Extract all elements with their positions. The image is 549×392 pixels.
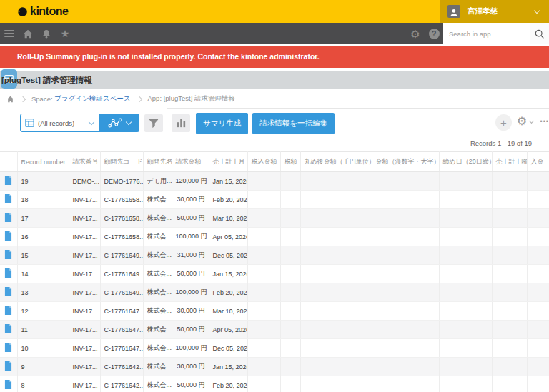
table-cell [527, 191, 549, 209]
table-cell: INV-17... [69, 191, 100, 209]
app-settings-button[interactable]: ⚙ [517, 116, 533, 127]
kintone-logo-text: kintone [30, 5, 68, 18]
kintone-logo[interactable]: kintone [17, 5, 68, 18]
table-cell [280, 228, 300, 246]
table-cell: デモ用... [143, 172, 172, 191]
record-detail-icon[interactable] [0, 172, 17, 191]
breadcrumb-home-icon[interactable] [6, 96, 14, 103]
column-header-3[interactable]: 顧問先コード [100, 152, 143, 172]
admin-gear-icon[interactable]: ⚙ [406, 23, 425, 44]
breadcrumb-app-label: App: [plugTest] 請求管理情報 [148, 94, 235, 104]
table-cell [280, 191, 300, 209]
table-cell: 50,000 円 [172, 376, 209, 392]
table-cell: Jan 15, 2026 [209, 358, 247, 376]
column-header-5[interactable]: 請求金額 [172, 152, 209, 172]
summary-generate-button[interactable]: サマリ生成 [196, 113, 248, 134]
table-cell [439, 172, 492, 191]
chart-button[interactable] [172, 114, 190, 132]
table-cell [300, 191, 372, 209]
table-cell [372, 283, 439, 302]
table-cell: C-17761647... [100, 321, 143, 339]
table-cell: Mar 10, 2026 [209, 302, 247, 321]
column-header-7[interactable]: 税込金額 [247, 152, 280, 172]
table-cell: 12 [17, 302, 69, 321]
table-cell [492, 321, 527, 339]
table-cell: 14 [17, 265, 69, 283]
breadcrumb-space-link[interactable]: プラグイン検証スペース [54, 94, 130, 104]
column-header-2[interactable]: 請求番号 [69, 152, 100, 172]
favorites-star-icon[interactable]: ★ [56, 23, 74, 44]
table-cell: Apr 05, 2026 [209, 228, 247, 246]
column-header-1[interactable]: Record number [17, 152, 69, 172]
help-icon[interactable]: ? [425, 23, 443, 44]
column-header-13[interactable]: 入金 [527, 152, 549, 172]
table-cell [527, 172, 549, 191]
graph-menu-button[interactable] [99, 114, 139, 132]
table-cell: C-17761647... [100, 302, 143, 321]
search-input[interactable] [443, 23, 530, 44]
record-detail-icon[interactable] [0, 246, 17, 265]
record-detail-icon[interactable] [0, 228, 17, 246]
table-cell: 株式会... [143, 246, 172, 265]
table-cell: 株式会... [143, 283, 172, 302]
table-cell [280, 302, 300, 321]
record-detail-icon[interactable] [0, 321, 17, 339]
table-row[interactable]: 13INV-17...C-17761649...株式会...100,000 円F… [0, 283, 549, 302]
table-cell: Dec 05, 2025 [209, 339, 247, 358]
table-cell [527, 321, 549, 339]
table-row[interactable]: 18INV-17...C-17761658...株式会...30,000 円Fe… [0, 191, 549, 209]
table-row[interactable]: 19DEMO-...DEMO-1776...デモ用...120,000 円Jan… [0, 172, 549, 191]
table-cell [280, 339, 300, 358]
column-header-11[interactable]: 締め日（20日締） [439, 152, 492, 172]
search-icon[interactable] [530, 23, 549, 44]
app-title[interactable]: [plugTest] 請求管理情報 [1, 71, 92, 89]
view-selector-label: (All records) [38, 119, 89, 127]
records-count: Records 1 - 19 of 19 [0, 136, 549, 151]
table-cell: 100,000 円 [172, 228, 209, 246]
table-cell [492, 302, 527, 321]
table-cell: 50,000 円 [172, 265, 209, 283]
record-detail-icon[interactable] [0, 358, 17, 376]
hamburger-menu-icon[interactable] [0, 23, 19, 44]
table-cell [280, 209, 300, 228]
home-icon[interactable] [19, 23, 37, 44]
table-row[interactable]: 17INV-17...C-17761658...株式会...50,000 円Ma… [0, 209, 549, 228]
column-header-10[interactable]: 金額（漢数字・大字） [372, 152, 439, 172]
column-header-6[interactable]: 売上計上月 [209, 152, 247, 172]
user-menu-chevron-icon [534, 7, 540, 13]
more-options-button[interactable]: ••• [540, 118, 549, 125]
bulk-edit-button[interactable]: 請求情報を一括編集 [252, 113, 335, 134]
view-selector[interactable]: (All records) [20, 114, 100, 132]
column-header-12[interactable]: 売上計上曜日 [492, 152, 527, 172]
table-cell [439, 358, 492, 376]
table-row[interactable]: 12INV-17...C-17761647...株式会...30,000 円Ma… [0, 302, 549, 321]
table-cell: 11 [17, 321, 69, 339]
record-detail-icon[interactable] [0, 302, 17, 321]
table-row[interactable]: 11INV-17...C-17761647...株式会...50,000 円Ap… [0, 321, 549, 339]
record-detail-icon[interactable] [0, 265, 17, 283]
table-cell [439, 283, 492, 302]
table-row[interactable]: 15INV-17...C-17761649...株式会...31,000 円De… [0, 246, 549, 265]
column-header-4[interactable]: 顧問先名 [143, 152, 172, 172]
table-cell: INV-17... [69, 358, 100, 376]
table-row[interactable]: 16INV-17...C-17761658...株式会...100,000 円A… [0, 228, 549, 246]
breadcrumb-separator-icon [20, 96, 26, 101]
table-row[interactable]: 9INV-17...C-17761642...株式会...30,000 円Jan… [0, 358, 549, 376]
table-row[interactable]: 8INV-17...C-17761642...株式会...50,000 円Feb… [0, 376, 549, 392]
filter-button[interactable] [144, 114, 163, 132]
table-cell: Feb 20, 2026 [209, 376, 247, 392]
table-cell [492, 283, 527, 302]
user-menu[interactable]: 宮澤孝慈 [440, 0, 549, 23]
record-detail-icon[interactable] [0, 283, 17, 302]
record-detail-icon[interactable] [0, 191, 17, 209]
table-cell: INV-17... [69, 283, 100, 302]
column-header-9[interactable]: 丸め後金額（千円単位） [300, 152, 372, 172]
record-detail-icon[interactable] [0, 209, 17, 228]
notifications-bell-icon[interactable] [37, 23, 56, 44]
column-header-8[interactable]: 税額 [280, 152, 300, 172]
add-record-button[interactable]: + [495, 114, 512, 131]
table-row[interactable]: 14INV-17...C-17761649...株式会...50,000 円Ja… [0, 265, 549, 283]
table-row[interactable]: 10INV-17...C-17761647...株式会...100,000 円D… [0, 339, 549, 358]
record-detail-icon[interactable] [0, 376, 17, 392]
record-detail-icon[interactable] [0, 339, 17, 358]
